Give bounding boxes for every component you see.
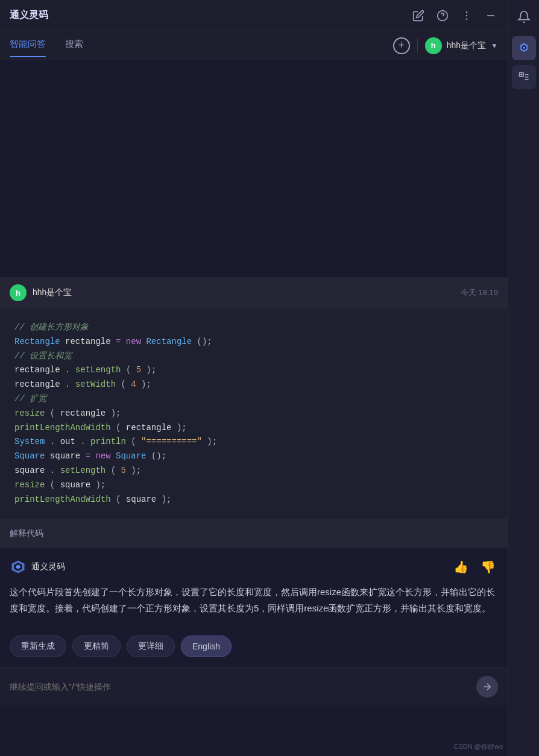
code-line-10: Square square = new Square (); [14,449,493,464]
chat-input[interactable] [10,682,469,692]
username: hhh是个宝 [447,40,486,51]
send-button[interactable] [476,676,498,698]
help-icon[interactable] [435,8,450,23]
code-line-9: System . out . println ( "==========" ); [14,435,493,449]
response-actions: 重新生成 更精简 更详细 English [0,626,508,667]
code-line-3: // 设置长和宽 [14,349,493,364]
code-line-4: rectangle . setLength ( 5 ); [14,363,493,378]
ai-logo [10,558,27,575]
user-message-header: h hhh是个宝 今天 18:19 [0,277,508,308]
minimize-icon[interactable] [484,8,498,23]
user-avatar: h [10,284,27,301]
translate-button[interactable] [512,65,536,89]
ai-name: 通义灵码 [31,561,65,572]
thumbs-up-button[interactable]: 👍 [451,557,471,576]
more-icon[interactable] [459,8,474,23]
avatar: h [425,37,442,54]
code-line-13: printLengthAndWidth ( square ); [14,493,493,507]
ai-header: 通义灵码 👍 👎 [10,557,498,576]
tab-qa[interactable]: 智能问答 [10,39,46,52]
divider [417,39,418,53]
header: 通义灵码 [0,0,508,31]
nav-tabs: 智能问答 搜索 + h hhh是个宝 ▼ [0,31,508,60]
code-line-8: printLengthAndWidth ( rectangle ); [14,421,493,436]
watermark: CSDN @你好wo [454,742,503,751]
ai-actions: 👍 👎 [451,557,498,576]
svg-point-2 [466,11,468,13]
nav-right: + h hhh是个宝 ▼ [393,37,498,54]
input-bar [0,667,508,705]
app-title: 通义灵码 [10,9,411,22]
message-time: 今天 18:19 [461,287,498,298]
svg-point-3 [466,14,468,16]
thumbs-down-button[interactable]: 👎 [478,557,498,576]
edit-icon[interactable] [411,8,426,23]
code-line-1: // 创建长方形对象 [14,320,493,335]
content-area: h hhh是个宝 今天 18:19 // 创建长方形对象 Rectangle r… [0,60,508,756]
action-label: 解释代码 [10,528,43,538]
simplify-button[interactable]: 更精简 [72,636,121,657]
ai-response-text: 这个代码片段首先创建了一个长方形对象，设置了它的长度和宽度，然后调用resize… [10,584,498,616]
detail-button[interactable]: 更详细 [127,636,175,657]
code-line-5: rectangle . setWidth ( 4 ); [14,378,493,392]
notification-button[interactable] [512,5,536,29]
regenerate-button[interactable]: 重新生成 [10,636,66,657]
add-conversation-button[interactable]: + [393,37,410,54]
user-name: hhh是个宝 [33,287,72,298]
user-msg-left: h hhh是个宝 [10,284,72,301]
svg-point-4 [466,18,468,20]
tab-search[interactable]: 搜索 [65,39,83,52]
ai-assist-button[interactable] [512,36,536,60]
ai-response: 通义灵码 👍 👎 这个代码片段首先创建了一个长方形对象，设置了它的长度和宽度，然… [0,548,508,626]
chevron-down-icon: ▼ [491,42,498,50]
user-info[interactable]: h hhh是个宝 ▼ [425,37,498,54]
code-line-11: square . setLength ( 5 ); [14,464,493,478]
english-button[interactable]: English [181,636,232,657]
code-line-12: resize ( square ); [14,478,493,493]
header-icons [411,8,498,23]
code-block: // 创建长方形对象 Rectangle rectangle = new Rec… [0,308,508,519]
code-line-2: Rectangle rectangle = new Rectangle (); [14,335,493,349]
ai-name-row: 通义灵码 [10,558,65,575]
code-line-7: resize ( rectangle ); [14,407,493,421]
code-line-6: // 扩宽 [14,392,493,407]
sidebar [508,0,539,756]
empty-space [0,60,508,277]
action-bar[interactable]: 解释代码 [0,519,508,548]
